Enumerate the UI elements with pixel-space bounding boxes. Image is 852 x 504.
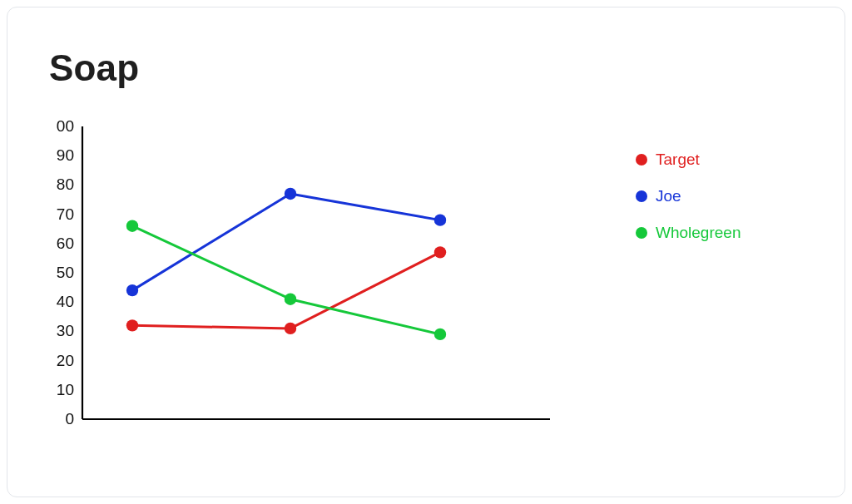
series-line xyxy=(132,252,440,329)
y-tick-label: 60 xyxy=(57,235,74,252)
y-tick-label: 0 xyxy=(65,410,74,427)
data-point xyxy=(434,214,446,225)
legend-label: Wholegreen xyxy=(656,224,741,242)
data-point xyxy=(285,323,296,334)
y-tick-label: 80 xyxy=(57,175,74,193)
data-point xyxy=(126,319,138,331)
data-point xyxy=(126,220,138,231)
y-tick-label: 00 xyxy=(57,120,74,135)
y-tick-label: 50 xyxy=(57,264,74,281)
legend-swatch xyxy=(636,190,647,202)
data-point xyxy=(434,329,446,340)
line-chart-svg: 010203040506070809000 xyxy=(41,120,557,427)
data-point xyxy=(126,284,138,296)
plot-area: 010203040506070809000 xyxy=(41,120,557,427)
data-point xyxy=(434,246,446,258)
legend-label: Joe xyxy=(656,187,681,205)
data-point xyxy=(285,293,296,304)
y-tick-label: 90 xyxy=(57,146,74,164)
legend-swatch xyxy=(636,154,647,166)
legend-item[interactable]: Wholegreen xyxy=(636,224,741,242)
y-tick-label: 40 xyxy=(57,293,74,310)
data-point xyxy=(285,188,296,200)
y-tick-label: 20 xyxy=(57,352,74,369)
y-tick-label: 30 xyxy=(57,322,74,339)
y-tick-label: 10 xyxy=(57,381,74,398)
legend: TargetJoeWholegreen xyxy=(636,151,741,260)
y-tick-label: 70 xyxy=(57,205,74,223)
chart-card: Soap 010203040506070809000 TargetJoeWhol… xyxy=(7,7,845,497)
legend-item[interactable]: Target xyxy=(636,151,741,169)
legend-swatch xyxy=(636,227,647,239)
series-line xyxy=(132,226,440,334)
chart-title: Soap xyxy=(49,47,139,89)
legend-item[interactable]: Joe xyxy=(636,187,741,205)
legend-label: Target xyxy=(656,151,700,169)
